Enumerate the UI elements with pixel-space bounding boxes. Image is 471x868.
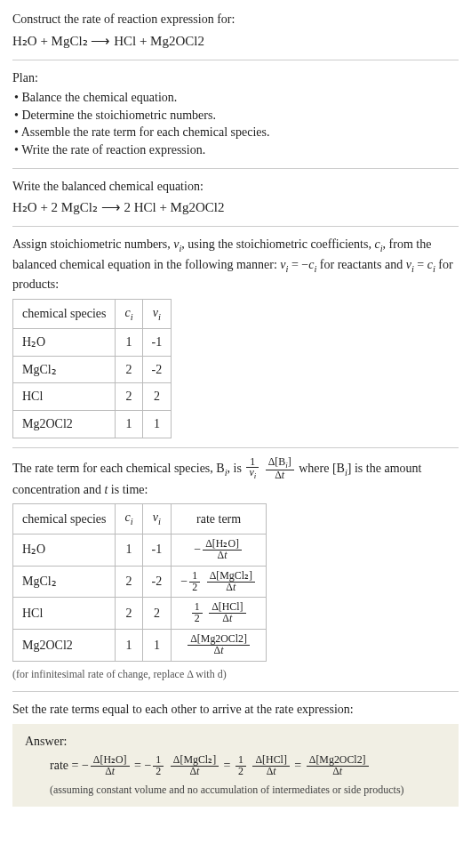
rateterm-intro-text: , is	[228, 461, 245, 474]
plan-item: • Write the rate of reaction expression.	[14, 141, 459, 159]
divider	[12, 226, 459, 227]
cell-species: H₂O	[13, 534, 116, 566]
answer-label: Answer:	[25, 733, 446, 751]
cell-species: HCl	[13, 383, 116, 411]
table-row: HCl 2 2	[13, 383, 172, 411]
cell-ci: 2	[116, 356, 142, 383]
cell-vi: -1	[142, 534, 172, 566]
plan-title: Plan:	[12, 69, 459, 87]
table-row: HCl 2 2 12 Δ[HCl]Δt	[13, 598, 267, 630]
cell-ci: 1	[116, 630, 142, 662]
cell-ci: 1	[116, 534, 142, 566]
col-species: chemical species	[13, 299, 116, 328]
divider	[12, 447, 459, 448]
table-row: H₂O 1 -1 −Δ[H₂O]Δt	[13, 534, 267, 566]
table-row: MgCl₂ 2 -2	[13, 356, 172, 383]
rateterm-intro-text: is time:	[108, 483, 148, 496]
cell-vi: 2	[142, 383, 172, 411]
cell-species: Mg2OCl2	[13, 410, 116, 438]
col-rate-term: rate term	[172, 504, 267, 534]
cell-species: MgCl₂	[13, 356, 116, 383]
plan-item: • Assemble the rate term for each chemic…	[14, 124, 459, 141]
cell-species: HCl	[13, 598, 116, 630]
rateterm-generic-formula: 1νi Δ[Bi]Δt	[244, 457, 295, 481]
cell-rate-term: Δ[Mg2OCl2]Δt	[172, 630, 267, 662]
prompt-title: Construct the rate of reaction expressio…	[12, 11, 459, 28]
plan-block: Plan: • Balance the chemical equation. •…	[12, 69, 459, 159]
divider	[12, 691, 459, 692]
stoich-intro: Assign stoichiometric numbers, νi, using…	[12, 236, 459, 293]
cell-vi: 2	[142, 598, 172, 630]
prompt-block: Construct the rate of reaction expressio…	[12, 11, 459, 51]
rateterm-intro: The rate term for each chemical species,…	[12, 457, 459, 499]
col-ci: ci	[116, 504, 142, 534]
stoich-block: Assign stoichiometric numbers, νi, using…	[12, 236, 459, 438]
stoich-table: chemical species ci νi H₂O 1 -1 MgCl₂ 2 …	[12, 299, 172, 438]
cell-vi: -2	[142, 566, 172, 598]
col-ci: ci	[116, 299, 142, 328]
cell-ci: 1	[116, 329, 142, 357]
table-row: MgCl₂ 2 -2 −12 Δ[MgCl₂]Δt	[13, 566, 267, 598]
rateterm-note: (for infinitesimal rate of change, repla…	[12, 667, 459, 682]
balanced-equation: H₂O + 2 MgCl₂ ⟶ 2 HCl + Mg2OCl2	[12, 198, 459, 217]
answer-box: Answer: rate = −Δ[H₂O]Δt = −12 Δ[MgCl₂]Δ…	[12, 724, 459, 807]
answer-note: (assuming constant volume and no accumul…	[50, 783, 446, 798]
answer-rate-expression: rate = −Δ[H₂O]Δt = −12 Δ[MgCl₂]Δt = 12 Δ…	[50, 755, 446, 777]
table-row: Mg2OCl2 1 1	[13, 410, 172, 438]
cell-rate-term: −12 Δ[MgCl₂]Δt	[172, 566, 267, 598]
cell-vi: 1	[142, 630, 172, 662]
cell-ci: 2	[116, 598, 142, 630]
rateterm-intro-text: where [B	[299, 461, 345, 474]
cell-vi: -2	[142, 356, 172, 383]
cell-rate-term: −Δ[H₂O]Δt	[172, 534, 267, 566]
stoich-intro-text: , using the stoichiometric coefficients,	[181, 237, 374, 251]
table-row: Mg2OCl2 1 1 Δ[Mg2OCl2]Δt	[13, 630, 267, 662]
divider	[12, 168, 459, 169]
table-header-row: chemical species ci νi	[13, 299, 172, 328]
col-vi: νi	[142, 299, 172, 328]
final-title: Set the rate terms equal to each other t…	[12, 701, 459, 719]
divider	[12, 60, 459, 60]
cell-ci: 1	[116, 410, 142, 438]
cell-ci: 2	[116, 383, 142, 411]
plan-item: • Determine the stoichiometric numbers.	[14, 107, 459, 125]
table-header-row: chemical species ci νi rate term	[13, 504, 267, 534]
stoich-intro-text: for reactants and	[316, 258, 405, 271]
stoich-intro-text: Assign stoichiometric numbers,	[12, 237, 173, 251]
cell-species: H₂O	[13, 329, 116, 357]
balanced-block: Write the balanced chemical equation: H₂…	[12, 178, 459, 218]
cell-vi: 1	[142, 410, 172, 438]
cell-species: MgCl₂	[13, 566, 116, 598]
table-row: H₂O 1 -1	[13, 329, 172, 357]
col-species: chemical species	[13, 504, 116, 534]
prompt-equation: H₂O + MgCl₂ ⟶ HCl + Mg2OCl2	[12, 32, 459, 51]
col-vi: νi	[142, 504, 172, 534]
cell-species: Mg2OCl2	[13, 630, 116, 662]
rateterm-block: The rate term for each chemical species,…	[12, 457, 459, 682]
plan-item: • Balance the chemical equation.	[14, 89, 459, 107]
cell-vi: -1	[142, 329, 172, 357]
cell-rate-term: 12 Δ[HCl]Δt	[172, 598, 267, 630]
rateterm-intro-text: The rate term for each chemical species,…	[12, 461, 225, 474]
balanced-title: Write the balanced chemical equation:	[12, 178, 459, 196]
rateterm-table: chemical species ci νi rate term H₂O 1 -…	[12, 503, 267, 662]
final-block: Set the rate terms equal to each other t…	[12, 701, 459, 807]
cell-ci: 2	[116, 566, 142, 598]
